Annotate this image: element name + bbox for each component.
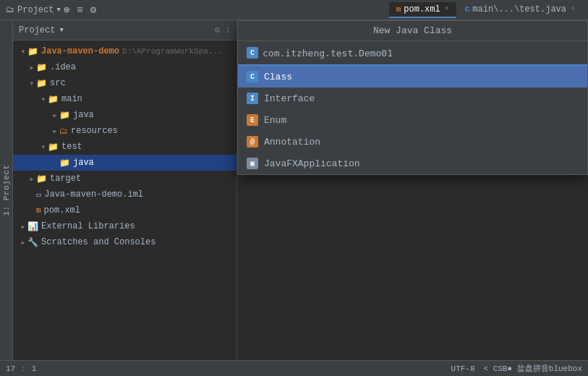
target-arrow (27, 175, 36, 183)
extlibs-name: External Libraries (41, 221, 135, 231)
project-panel-header: Project ▼ ⚙ ↕ (13, 20, 237, 40)
project-icon: 🗂 (6, 4, 14, 15)
tab-pom-icon: m (396, 5, 401, 14)
extlibs-icon: 📊 (27, 221, 38, 232)
tree-item-java-main[interactable]: 📁 java (13, 107, 237, 123)
extlibs-arrow (19, 223, 27, 231)
javafx-label: JavaFXApplication (264, 158, 360, 169)
dialog-item-javafx[interactable]: ▣ JavaFXApplication (238, 153, 587, 174)
tab-pom-xml[interactable]: m pom.xml × (389, 2, 456, 18)
project-selector-label: Project (17, 5, 54, 15)
annotation-type-icon: @ (247, 136, 258, 148)
tree-item-test[interactable]: 📁 test (13, 139, 237, 155)
tree-item-scratches[interactable]: 🔧 Scratches and Consoles (13, 234, 237, 250)
target-folder-icon: 📁 (36, 174, 47, 184)
iml-icon: ▭ (36, 189, 41, 200)
src-folder-icon: 📁 (36, 78, 47, 89)
annotation-label: Annotation (264, 137, 320, 148)
tab-test-java[interactable]: C main\...\test.java × (458, 2, 582, 18)
tree-item-pom[interactable]: m pom.xml (13, 202, 237, 218)
class-label: Class (264, 72, 292, 82)
enum-label: Enum (264, 115, 286, 126)
main-folder-icon: 📁 (48, 94, 59, 105)
java-main-arrow (51, 111, 59, 119)
resources-name: resources (71, 126, 118, 136)
side-label-text: 1: Project (2, 164, 11, 215)
settings-icon[interactable]: ⚙ (90, 4, 96, 16)
resources-arrow (51, 127, 59, 135)
sync-icon[interactable]: ⊕ (64, 4, 69, 16)
tree-item-java-test[interactable]: 📁 java (13, 155, 237, 171)
status-input-method: < CSB● 盐盘拼音bluebox (484, 363, 582, 374)
project-dropdown-icon: ▼ (56, 7, 60, 14)
status-line: 17 (6, 364, 15, 373)
interface-label: Interface (264, 93, 315, 104)
side-panel-label[interactable]: 1: Project (0, 20, 13, 360)
top-icons: ⊕ ≡ ⚙ (64, 4, 96, 16)
status-sep: : (21, 364, 26, 373)
src-name: src (50, 78, 66, 88)
tree-root[interactable]: 📁 Java-maven-demo D:\AProgramWorkSpa... (13, 43, 237, 59)
root-path: D:\AProgramWorkSpa... (122, 47, 223, 56)
class-type-icon: C (247, 71, 258, 82)
test-folder-icon: 📁 (48, 142, 59, 153)
layout-icon[interactable]: ≡ (77, 4, 82, 16)
project-selector[interactable]: 🗂 Project ▼ (6, 4, 61, 15)
tree-item-target[interactable]: 📁 target (13, 171, 237, 187)
java-test-folder-icon: 📁 (59, 158, 70, 168)
new-class-name-input[interactable] (263, 48, 579, 59)
tab-pom-close[interactable]: × (445, 5, 449, 13)
status-encoding: UTF-8 (451, 364, 475, 373)
javafx-type-icon: ▣ (247, 158, 258, 169)
tab-pom-label: pom.xml (404, 4, 440, 14)
idea-name: .idea (50, 62, 76, 72)
status-bar: 17 : 1 UTF-8 < CSB● 盐盘拼音bluebox (0, 360, 588, 376)
root-name: Java-maven-demo (41, 46, 119, 56)
java-main-folder-icon: 📁 (59, 110, 70, 121)
dialog-item-interface[interactable]: I Interface (238, 87, 587, 109)
dialog-input-row: C (238, 41, 587, 66)
tab-bar: m pom.xml × C main\...\test.java × (389, 2, 582, 18)
dialog-title: New Java Class (238, 21, 587, 41)
sort-icon[interactable]: ↕ (226, 25, 231, 35)
tree-item-src[interactable]: 📁 src (13, 75, 237, 91)
project-tree: 📁 Java-maven-demo D:\AProgramWorkSpa... … (13, 40, 237, 360)
dialog-item-annotation[interactable]: @ Annotation (238, 131, 587, 153)
tree-item-main[interactable]: 📁 main (13, 91, 237, 107)
dialog-item-enum[interactable]: E Enum (238, 109, 587, 131)
interface-type-icon: I (247, 93, 258, 104)
dialog-overlay: New Java Class C C Class I Interface (237, 20, 588, 360)
enum-type-icon: E (247, 114, 258, 126)
pom-name: pom.xml (44, 205, 80, 215)
iml-name: Java-maven-demo.iml (44, 189, 143, 200)
tree-item-resources[interactable]: 🗂 resources (13, 123, 237, 139)
main-name: main (61, 94, 82, 104)
root-folder-icon: 📁 (27, 46, 38, 57)
top-bar: 🗂 Project ▼ ⊕ ≡ ⚙ m pom.xml × C main\...… (0, 0, 588, 20)
tab-test-icon: C (465, 5, 470, 14)
test-name: test (61, 142, 82, 152)
header-dropdown-icon: ▼ (59, 27, 63, 34)
main-arrow (39, 95, 48, 103)
project-header-icons: ⚙ ↕ (215, 25, 231, 35)
target-name: target (50, 174, 81, 184)
status-left: 17 : 1 (6, 364, 36, 373)
dialog-item-class[interactable]: C Class (238, 66, 587, 87)
tab-test-close[interactable]: × (571, 5, 575, 13)
gear-icon[interactable]: ⚙ (215, 25, 220, 35)
tree-item-iml[interactable]: ▭ Java-maven-demo.iml (13, 187, 237, 202)
java-main-name: java (73, 110, 94, 120)
pom-icon: m (36, 206, 41, 215)
idea-arrow (27, 64, 36, 72)
new-java-class-dialog: New Java Class C C Class I Interface (237, 20, 588, 175)
project-header-left: Project ▼ (19, 25, 64, 35)
scratches-icon: 🔧 (27, 237, 38, 248)
project-panel: Project ▼ ⚙ ↕ 📁 Java-maven-demo D:\AProg… (13, 20, 237, 360)
tree-item-extlibs[interactable]: 📊 External Libraries (13, 218, 237, 234)
idea-folder-icon: 📁 (36, 62, 47, 73)
status-col: 1 (32, 364, 37, 373)
resources-folder-icon: 🗂 (59, 126, 68, 137)
src-arrow (27, 80, 36, 87)
editor-area: 1 <?xml version="1.0" encodi 2 ◁<project… (237, 20, 588, 360)
tree-item-idea[interactable]: 📁 .idea (13, 59, 237, 75)
